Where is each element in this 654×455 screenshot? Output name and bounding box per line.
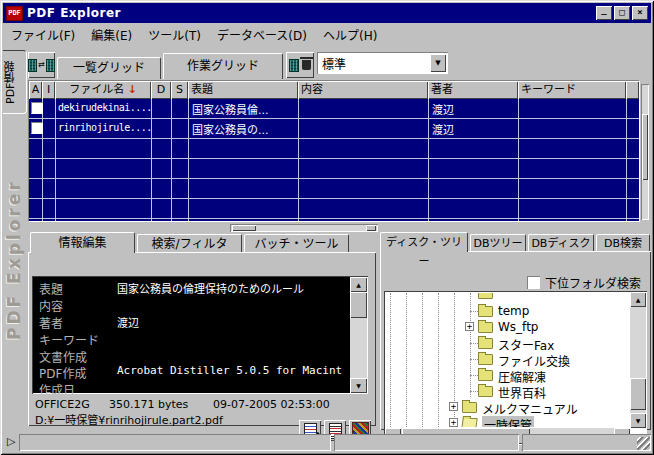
tree-item-partial — [386, 293, 629, 301]
menu-file[interactable]: ファイル(F) — [11, 26, 75, 43]
cell-author: 渡辺 — [432, 121, 454, 137]
close-button[interactable]: × — [632, 6, 648, 20]
tree-item[interactable]: 圧縮解凍 — [386, 367, 629, 383]
table-row[interactable]: dekirudekinai.... 国家公務員倫... 渡辺 — [29, 99, 639, 118]
grid-column-header-author[interactable]: 著者 — [428, 81, 518, 99]
row-checkbox[interactable] — [31, 102, 43, 114]
tab-db-tree[interactable]: DBツリー — [470, 234, 526, 252]
sort-desc-icon: ↓ — [128, 83, 137, 96]
field-value-pdf-creator[interactable]: Acrobat Distiller 5.0.5 for Macint — [117, 364, 342, 377]
splitter-thumb[interactable] — [232, 225, 256, 231]
tab-disk-tree[interactable]: ディスク・ツリー — [380, 232, 468, 252]
scroll-down-icon[interactable]: ▼ — [350, 378, 367, 393]
pdf-logo-icon: PDF — [6, 6, 23, 21]
grid-vertical-scrollbar[interactable] — [641, 84, 649, 220]
scroll-down-icon[interactable]: ▼ — [630, 413, 646, 428]
expand-plus-icon[interactable]: + — [449, 418, 458, 427]
tab-info-edit[interactable]: 情報編集 — [30, 232, 135, 253]
tree-vertical-scrollbar[interactable]: ▲ ▼ — [630, 292, 646, 428]
transfer-arrows-icon: ⇄ — [38, 61, 45, 69]
dropdown-arrow-icon[interactable]: ▼ — [430, 54, 446, 72]
tree-item[interactable]: 世界百科 — [386, 383, 629, 399]
scroll-up-icon[interactable]: ▲ — [630, 292, 646, 307]
scroll-up-icon[interactable]: ▲ — [350, 277, 367, 292]
tab-db-disk[interactable]: DBディスク — [528, 234, 594, 252]
grid-icon — [28, 59, 37, 72]
tree-item-label: 一時保管 — [482, 416, 534, 427]
folder-icon — [478, 338, 493, 349]
cell-author: 渡辺 — [432, 101, 454, 117]
minimize-button[interactable]: _ — [596, 6, 612, 20]
menu-bar: ファイル(F) 編集(E) ツール(T) データベース(D) ヘルプ(H) — [3, 24, 651, 44]
grid-column-header-filename[interactable]: ファイル名 ↓ — [55, 81, 151, 99]
expand-plus-icon[interactable]: + — [465, 322, 474, 331]
cell-title: 国家公務員倫... — [192, 101, 269, 117]
grid-column-header-content[interactable]: 内容 — [298, 81, 428, 99]
status-file-size: 350.171 bytes — [109, 398, 188, 411]
resize-grip[interactable] — [637, 437, 650, 450]
field-label-created-date: 作成日 — [39, 384, 75, 394]
grid-column-header-a[interactable]: A — [29, 81, 42, 99]
grid-body: dekirudekinai.... 国家公務員倫... 渡辺 rinrihoji… — [29, 99, 639, 221]
tree-item[interactable]: ファイル交換 — [386, 351, 629, 367]
tree-item[interactable]: temp — [386, 303, 629, 319]
tab-batch-tools[interactable]: バッチ・ツール — [244, 234, 349, 253]
expand-plus-icon[interactable]: + — [449, 402, 458, 411]
info-editor-panel: 情報編集 検索/フィルタ バッチ・ツール 表題 国家公務員の倫理保持のためのルー… — [28, 232, 376, 426]
field-label-doc-creator: 文書作成 — [39, 351, 87, 365]
menu-help[interactable]: ヘルプ(H) — [323, 26, 377, 43]
menu-edit[interactable]: 編集(E) — [91, 26, 132, 43]
tree-item[interactable]: + Ws_ftp — [386, 319, 629, 335]
preset-dropdown[interactable]: 標準 ▼ — [317, 52, 448, 74]
folder-tree: temp + Ws_ftp スターFax — [384, 291, 647, 445]
status-panel-1 — [19, 434, 331, 451]
menu-tools[interactable]: ツール(T) — [148, 26, 201, 43]
tree-item[interactable]: スターFax — [386, 335, 629, 351]
grid-column-header-s[interactable]: S — [171, 81, 188, 99]
menu-database[interactable]: データベース(D) — [217, 26, 307, 43]
field-label-content: 内容 — [39, 300, 63, 314]
tree-panel: ディスク・ツリー DBツリー DBディスク DB検索 下位フォルダ検索 — [380, 232, 651, 430]
field-value-author[interactable]: 渡辺 — [117, 314, 139, 330]
tab-list-grid[interactable]: 一覧グリッド — [57, 57, 161, 79]
tab-work-grid[interactable]: 作業グリッド — [163, 53, 283, 79]
title-bar[interactable]: PDF PDF Explorer _ □ × — [3, 3, 651, 23]
disk-tree-body: 下位フォルダ検索 temp — [380, 251, 651, 430]
grid-transfer-button[interactable]: ⇄ — [28, 52, 55, 78]
subfolder-search-checkbox[interactable] — [527, 276, 540, 289]
tab-db-search[interactable]: DB検索 — [596, 234, 650, 252]
field-label-author: 著者 — [39, 317, 63, 331]
tree-item-selected[interactable]: + 一時保管 — [386, 415, 629, 427]
grid-column-header-filler — [626, 81, 639, 99]
grid-column-header-title[interactable]: 表題 — [188, 81, 298, 99]
table-row[interactable]: rinrihojirule.... 国家公務員の... 渡辺 — [29, 119, 639, 138]
tree-item[interactable]: + メルクマニュアル — [386, 399, 629, 415]
splitter-scrollbar[interactable] — [230, 224, 378, 232]
file-grid: A I ファイル名 ↓ D S 表題 内容 著者 キーワード dekirudek… — [28, 80, 640, 222]
folder-open-icon — [461, 418, 478, 427]
tab-pdf-info-vertical[interactable]: PDF情報 — [3, 50, 27, 114]
folder-icon — [478, 322, 493, 333]
grid-delete-button[interactable] — [286, 52, 314, 78]
subfolder-search-label: 下位フォルダ検索 — [545, 274, 641, 291]
grid-column-header-d[interactable]: D — [151, 81, 171, 99]
metadata-scrollbar[interactable]: ▲ ▼ — [350, 277, 367, 393]
grid-icon — [46, 59, 55, 72]
grid-column-header-i[interactable]: I — [42, 81, 55, 99]
row-checkbox[interactable] — [31, 122, 43, 134]
splitter-button[interactable] — [366, 225, 376, 231]
grid-scrollbar-thumb[interactable] — [642, 114, 648, 180]
maximize-button[interactable]: □ — [614, 6, 630, 20]
grid-column-header-keyword[interactable]: キーワード — [518, 81, 626, 99]
file-status-line: OFFICE2G 350.171 bytes 09-07-2005 02:53:… — [35, 398, 90, 411]
grid-icon — [289, 59, 299, 72]
status-datetime: 09-07-2005 02:53:00 — [213, 398, 330, 411]
tab-search-filter[interactable]: 検索/フィルタ — [137, 234, 242, 253]
folder-icon — [478, 354, 493, 365]
tree-vscroll-thumb[interactable] — [630, 378, 646, 410]
status-bar: ▷ — [3, 432, 651, 452]
folder-icon — [478, 386, 493, 397]
metadata-scrollbar-thumb[interactable] — [350, 292, 367, 318]
field-value-title[interactable]: 国家公務員の倫理保持のためのルール — [117, 280, 304, 296]
status-panel-3 — [522, 434, 651, 451]
